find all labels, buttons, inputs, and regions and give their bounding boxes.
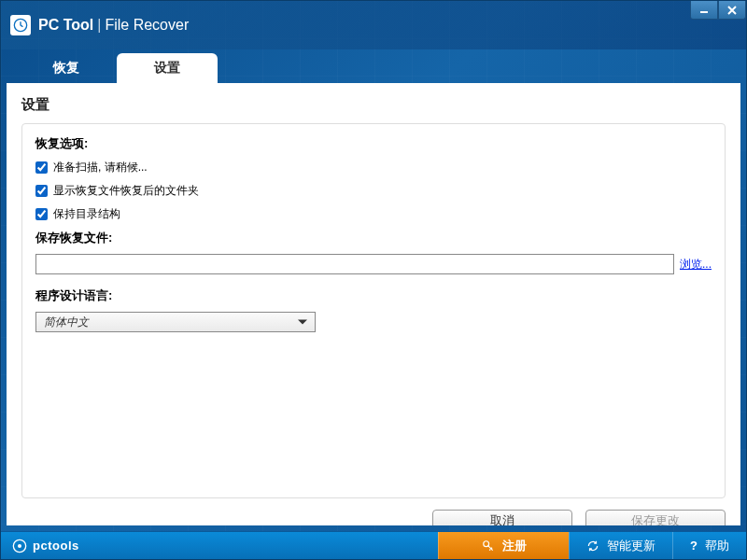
svg-point-3 — [18, 544, 21, 548]
pctools-icon — [12, 539, 27, 553]
checkbox-show-folder-input[interactable] — [35, 185, 48, 197]
footer-brand: pctools — [33, 539, 79, 553]
title-brand: PC Tool — [38, 17, 93, 34]
checkbox-prepare-scan-input[interactable] — [35, 161, 48, 174]
help-button[interactable]: ? 帮助 — [672, 532, 746, 559]
button-row: 取消 保存更改 — [21, 510, 726, 525]
page-title: 设置 — [21, 96, 726, 114]
cancel-button[interactable]: 取消 — [432, 510, 572, 525]
svg-rect-1 — [700, 11, 708, 13]
language-selected: 简体中文 — [44, 315, 89, 330]
checkbox-show-folder[interactable]: 显示恢复文件恢复后的文件夹 — [35, 183, 712, 199]
window-controls — [690, 1, 746, 20]
refresh-icon — [586, 539, 599, 553]
minimize-button[interactable] — [690, 1, 718, 20]
checkbox-show-folder-label: 显示恢复文件恢复后的文件夹 — [53, 183, 199, 199]
save-button[interactable]: 保存更改 — [585, 510, 726, 525]
tabs: 恢复 设置 — [1, 49, 746, 83]
tab-recover[interactable]: 恢复 — [16, 53, 117, 83]
browse-link[interactable]: 浏览... — [680, 257, 712, 273]
language-select-wrap: 简体中文 — [35, 312, 316, 332]
language-label: 程序设计语言: — [35, 287, 712, 304]
footer-logo: pctools — [1, 532, 91, 559]
checkbox-prepare-scan[interactable]: 准备扫描, 请稍候... — [35, 160, 712, 175]
register-label: 注册 — [502, 538, 527, 554]
footer: pctools 注册 智能更新 ? 帮助 — [1, 531, 746, 559]
checkbox-keep-structure[interactable]: 保持目录结构 — [35, 206, 712, 222]
checkbox-keep-structure-input[interactable] — [35, 208, 48, 220]
language-select[interactable]: 简体中文 — [35, 312, 316, 332]
checkbox-prepare-scan-label: 准备扫描, 请稍候... — [53, 160, 148, 175]
save-path-input[interactable] — [35, 254, 674, 274]
tab-settings[interactable]: 设置 — [117, 53, 218, 83]
help-icon: ? — [690, 539, 698, 553]
minimize-icon — [699, 6, 709, 15]
titlebar: PC Tool | File Recover — [1, 1, 746, 49]
chevron-down-icon — [298, 320, 307, 325]
footer-spacer — [91, 532, 438, 559]
content-area: 设置 恢复选项: 准备扫描, 请稍候... 显示恢复文件恢复后的文件夹 保持目录… — [7, 83, 740, 525]
register-button[interactable]: 注册 — [438, 532, 569, 559]
save-path-label: 保存恢复文件: — [35, 230, 712, 246]
settings-panel: 恢复选项: 准备扫描, 请稍候... 显示恢复文件恢复后的文件夹 保持目录结构 … — [21, 123, 726, 498]
checkbox-keep-structure-label: 保持目录结构 — [53, 206, 120, 222]
key-icon — [482, 539, 495, 553]
app-logo-icon — [10, 15, 31, 35]
save-path-row: 浏览... — [35, 254, 712, 274]
app-window: PC Tool | File Recover 恢复 设置 设置 恢复选项: 准备… — [0, 0, 747, 560]
help-label: 帮助 — [705, 538, 729, 554]
recover-options-label: 恢复选项: — [35, 135, 712, 152]
update-label: 智能更新 — [607, 538, 655, 554]
title-product: File Recover — [105, 17, 189, 34]
close-icon — [727, 6, 737, 15]
title-separator: | — [97, 17, 101, 34]
close-button[interactable] — [718, 1, 746, 20]
update-button[interactable]: 智能更新 — [569, 532, 672, 559]
